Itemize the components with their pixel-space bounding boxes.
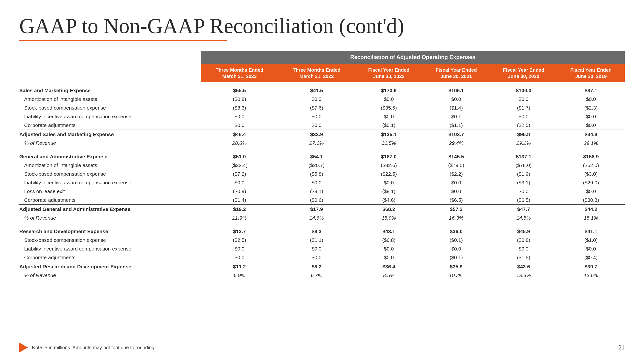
section-0-adjusted-label: Adjusted Sales and Marketing Expense bbox=[19, 130, 201, 139]
section-2-main-value-2: $43.1 bbox=[355, 227, 422, 236]
section-2-adjusted-value-0: $11.2 bbox=[201, 262, 278, 271]
header-row-section: Reconciliation of Adjusted Operating Exp… bbox=[19, 51, 625, 64]
section-2-sub-value-1-5: $0.0 bbox=[557, 245, 625, 253]
section-1-revenue-label: % of Revenue bbox=[19, 214, 201, 222]
section-1-sub-value-3-2: ($9.1) bbox=[355, 187, 422, 196]
section-2-main-value-0: $13.7 bbox=[201, 227, 278, 236]
table-wrapper: Reconciliation of Adjusted Operating Exp… bbox=[19, 51, 625, 280]
section-0-adjusted-value-4: $95.8 bbox=[490, 130, 557, 139]
section-0-sub-row-2: Liability incentive award compensation e… bbox=[19, 112, 625, 121]
section-0-sub-value-3-5: $0.0 bbox=[557, 121, 625, 130]
section-2-revenue-label: % of Revenue bbox=[19, 271, 201, 280]
reconciliation-table: Reconciliation of Adjusted Operating Exp… bbox=[19, 51, 625, 280]
section-0-sub-label-0: Amortization of intangible assets bbox=[19, 95, 201, 103]
section-1-sub-value-0-2: ($82.6) bbox=[355, 161, 422, 170]
section-0-sub-value-0-3: $0.0 bbox=[422, 95, 490, 103]
section-0-sub-value-3-0: $0.0 bbox=[201, 121, 278, 130]
section-1-sub-value-4-3: ($6.5) bbox=[422, 196, 490, 205]
section-0-sub-value-0-4: $0.0 bbox=[490, 95, 557, 103]
section-1-sub-value-4-2: ($4.6) bbox=[355, 196, 422, 205]
page: GAAP to Non-GAAP Reconciliation (cont'd)… bbox=[0, 0, 644, 362]
section-2-main-label: Research and Development Expense bbox=[19, 227, 201, 236]
section-1-sub-value-0-1: ($20.7) bbox=[278, 161, 355, 170]
section-0-sub-label-2: Liability incentive award compensation e… bbox=[19, 112, 201, 121]
section-0-main-value-2: $170.6 bbox=[355, 86, 422, 95]
section-0-adjusted-value-1: $33.9 bbox=[278, 130, 355, 139]
header-row-columns: Three Months EndedMarch 31, 2023 Three M… bbox=[19, 64, 625, 82]
section-0-revenue-value-4: 29.2% bbox=[490, 139, 557, 147]
section-2-main-value-3: $36.0 bbox=[422, 227, 490, 236]
section-0-revenue-value-0: 28.8% bbox=[201, 139, 278, 147]
section-0-revenue-value-3: 29.4% bbox=[422, 139, 490, 147]
section-0-sub-label-1: Stock-based compensation expense bbox=[19, 103, 201, 112]
section-1-sub-value-0-4: ($78.0) bbox=[490, 161, 557, 170]
section-1-sub-value-3-4: $0.0 bbox=[490, 187, 557, 196]
section-1-revenue-value-3: 16.3% bbox=[422, 214, 490, 222]
section-2-sub-value-2-5: ($0.4) bbox=[557, 253, 625, 262]
section-2-revenue-value-2: 8.5% bbox=[355, 271, 422, 280]
section-2-sub-value-1-2: $0.0 bbox=[355, 245, 422, 253]
section-0-adjusted-value-0: $46.4 bbox=[201, 130, 278, 139]
footer-note: Note: $ in millions. Amounts may not foo… bbox=[32, 345, 156, 351]
section-2-adjusted-row: Adjusted Research and Development Expens… bbox=[19, 262, 625, 271]
section-1-adjusted-value-2: $68.2 bbox=[355, 205, 422, 214]
section-0-revenue-label: % of Revenue bbox=[19, 139, 201, 147]
section-1-sub-label-3: Loss on lease exit bbox=[19, 187, 201, 196]
section-1-sub-value-1-4: ($1.9) bbox=[490, 170, 557, 178]
section-0-sub-value-2-0: $0.0 bbox=[201, 112, 278, 121]
section-0-sub-value-0-2: $0.0 bbox=[355, 95, 422, 103]
section-2-adjusted-label: Adjusted Research and Development Expens… bbox=[19, 262, 201, 271]
section-1-sub-row-0: Amortization of intangible assets($22.4)… bbox=[19, 161, 625, 170]
section-1-adjusted-value-1: $17.9 bbox=[278, 205, 355, 214]
section-1-adjusted-label: Adjusted General and Administrative Expe… bbox=[19, 205, 201, 214]
section-1-sub-row-3: Loss on lease exit($0.9)($9.1)($9.1)$0.0… bbox=[19, 187, 625, 196]
section-1-sub-value-2-2: $0.0 bbox=[355, 178, 422, 187]
section-2-sub-value-2-1: $0.0 bbox=[278, 253, 355, 262]
section-0-sub-value-1-2: ($35.5) bbox=[355, 103, 422, 112]
section-0-adjusted-value-2: $135.1 bbox=[355, 130, 422, 139]
section-1-sub-value-2-5: ($29.0) bbox=[557, 178, 625, 187]
section-1-sub-label-0: Amortization of intangible assets bbox=[19, 161, 201, 170]
section-2-revenue-value-0: 6.9% bbox=[201, 271, 278, 280]
section-0-sub-value-2-4: $0.0 bbox=[490, 112, 557, 121]
section-2-sub-value-2-4: ($1.5) bbox=[490, 253, 557, 262]
section-1-main-value-5: $158.9 bbox=[557, 152, 625, 161]
section-1-sub-value-4-5: ($30.8) bbox=[557, 196, 625, 205]
section-2-sub-value-0-0: ($2.5) bbox=[201, 236, 278, 245]
section-1-sub-value-4-4: ($6.5) bbox=[490, 196, 557, 205]
col-header-1: Three Months EndedMarch 31, 2023 bbox=[201, 64, 278, 82]
section-0-sub-value-0-1: $0.0 bbox=[278, 95, 355, 103]
section-1-main-value-3: $145.5 bbox=[422, 152, 490, 161]
section-0-revenue-value-2: 31.5% bbox=[355, 139, 422, 147]
section-0-main-label: Sales and Marketing Expense bbox=[19, 86, 201, 95]
section-0-sub-label-3: Corporate adjustments bbox=[19, 121, 201, 130]
section-1-sub-label-4: Corporate adjustments bbox=[19, 196, 201, 205]
section-0-sub-value-0-0: ($0.8) bbox=[201, 95, 278, 103]
section-1-revenue-value-1: 14.6% bbox=[278, 214, 355, 222]
section-2-sub-value-0-5: ($1.0) bbox=[557, 236, 625, 245]
page-number: 21 bbox=[618, 344, 625, 351]
section-2-sub-row-1: Liability incentive award compensation e… bbox=[19, 245, 625, 253]
section-1-revenue-row: % of Revenue11.9%14.6%15.9%16.3%14.5%15.… bbox=[19, 214, 625, 222]
section-2-sub-value-1-1: $0.0 bbox=[278, 245, 355, 253]
section-2-revenue-value-1: 6.7% bbox=[278, 271, 355, 280]
section-2-sub-value-0-4: ($0.8) bbox=[490, 236, 557, 245]
section-0-adjusted-value-3: $103.7 bbox=[422, 130, 490, 139]
section-0-sub-value-3-2: ($0.1) bbox=[355, 121, 422, 130]
section-2-main-value-1: $9.3 bbox=[278, 227, 355, 236]
section-0-sub-value-0-5: $0.0 bbox=[557, 95, 625, 103]
section-1-sub-value-1-1: ($5.8) bbox=[278, 170, 355, 178]
section-2-sub-label-2: Corporate adjustments bbox=[19, 253, 201, 262]
section-0-main-value-4: $100.0 bbox=[490, 86, 557, 95]
section-2-revenue-row: % of Revenue6.9%6.7%8.5%10.2%13.3%13.6% bbox=[19, 271, 625, 280]
section-1-revenue-value-5: 15.1% bbox=[557, 214, 625, 222]
section-1-sub-value-1-0: ($7.2) bbox=[201, 170, 278, 178]
section-0-adjusted-row: Adjusted Sales and Marketing Expense$46.… bbox=[19, 130, 625, 139]
section-2-revenue-value-3: 10.2% bbox=[422, 271, 490, 280]
section-2-sub-row-2: Corporate adjustments$0.0$0.0$0.0($0.1)(… bbox=[19, 253, 625, 262]
section-0-sub-row-0: Amortization of intangible assets($0.8)$… bbox=[19, 95, 625, 103]
col-header-5: Fiscal Year EndedJune 30, 2020 bbox=[490, 64, 557, 82]
section-0-main-value-1: $41.5 bbox=[278, 86, 355, 95]
section-1-sub-value-1-2: ($22.5) bbox=[355, 170, 422, 178]
spacer-0 bbox=[19, 147, 625, 152]
